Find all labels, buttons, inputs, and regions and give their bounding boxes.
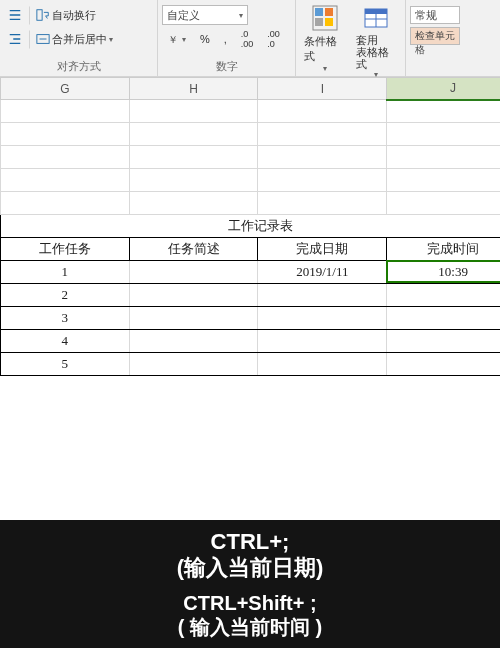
- shortcut-2: CTRL+Shift+ ; ( 输入当前时间 ): [178, 591, 322, 639]
- cell[interactable]: [387, 123, 500, 146]
- cell-date[interactable]: [258, 330, 387, 353]
- cell[interactable]: [129, 169, 258, 192]
- cell-desc[interactable]: [129, 284, 258, 307]
- indent-icon: [8, 8, 22, 22]
- table-row: 4: [1, 330, 501, 353]
- svg-rect-6: [315, 18, 323, 26]
- table-row: 3: [1, 307, 501, 330]
- table-row: 2: [1, 284, 501, 307]
- table-header-cell[interactable]: 工作任务: [1, 238, 130, 261]
- column-header[interactable]: I: [258, 78, 387, 100]
- cell[interactable]: [387, 192, 500, 215]
- table-header-cell[interactable]: 完成日期: [258, 238, 387, 261]
- table-header-cell[interactable]: 任务简述: [129, 238, 258, 261]
- cell[interactable]: [129, 123, 258, 146]
- cell-task[interactable]: 4: [1, 330, 130, 353]
- cell-time[interactable]: [387, 353, 500, 376]
- indent-decrease-button[interactable]: [4, 6, 26, 24]
- chevron-down-icon: ▾: [323, 64, 327, 73]
- table-format-icon: [360, 2, 392, 34]
- indent-icon: [8, 32, 22, 46]
- indent-increase-button[interactable]: [4, 30, 26, 48]
- table-title-cell[interactable]: 工作记录表: [1, 215, 501, 238]
- cell-task[interactable]: 5: [1, 353, 130, 376]
- number-format-select[interactable]: 自定义 ▾: [162, 5, 248, 25]
- cell[interactable]: [258, 123, 387, 146]
- merge-center-button[interactable]: 合并后居中 ▾: [29, 30, 117, 49]
- table-header-row: 工作任务 任务简述 完成日期 完成时间: [1, 238, 501, 261]
- chevron-down-icon: ▾: [182, 35, 186, 44]
- column-header-selected[interactable]: J: [387, 78, 500, 100]
- cell[interactable]: [129, 100, 258, 123]
- ribbon-group-label-number: 数字: [162, 58, 291, 76]
- shortcut-1: CTRL+; (输入当前日期): [177, 529, 324, 582]
- ribbon-group-number: 自定义 ▾ ￥▾ % , .0.00 .00.0 数字: [158, 0, 296, 76]
- chevron-down-icon: ▾: [239, 11, 243, 20]
- spreadsheet-area[interactable]: G H I J 工作记录表 工作任务 任务简述 完成日期: [0, 77, 500, 520]
- cell-date[interactable]: [258, 307, 387, 330]
- cell[interactable]: [258, 192, 387, 215]
- cell-date[interactable]: [258, 353, 387, 376]
- svg-rect-4: [315, 8, 323, 16]
- svg-rect-7: [325, 18, 333, 26]
- cell[interactable]: [258, 169, 387, 192]
- cell[interactable]: [258, 146, 387, 169]
- number-format-value: 自定义: [167, 8, 200, 23]
- percent-button[interactable]: %: [196, 31, 214, 47]
- cell[interactable]: [387, 100, 500, 123]
- cell[interactable]: [258, 100, 387, 123]
- cell[interactable]: [1, 192, 130, 215]
- cell-time[interactable]: [387, 330, 500, 353]
- chevron-down-icon: ▾: [109, 35, 113, 44]
- svg-text:￥: ￥: [168, 34, 178, 45]
- wrap-text-icon: [36, 8, 50, 22]
- ribbon-group-alignment: 自动换行 合并后居中 ▾ 对齐方式: [0, 0, 158, 76]
- ribbon-group-cell-styles: 常规 检查单元格: [406, 0, 500, 76]
- svg-rect-0: [37, 10, 42, 21]
- merge-center-label: 合并后居中: [52, 32, 107, 47]
- currency-button[interactable]: ￥▾: [162, 30, 190, 48]
- cell-desc[interactable]: [129, 353, 258, 376]
- table-row: 1 2019/1/11 10:39: [1, 261, 501, 284]
- cell-desc[interactable]: [129, 307, 258, 330]
- column-header-row: G H I J: [1, 78, 501, 100]
- wrap-text-button[interactable]: 自动换行: [29, 6, 100, 25]
- ribbon-group-label-alignment: 对齐方式: [4, 58, 153, 76]
- table-row: 5: [1, 353, 501, 376]
- currency-icon: ￥: [166, 32, 180, 46]
- column-header[interactable]: G: [1, 78, 130, 100]
- cond-fmt-icon: [309, 2, 341, 34]
- cell[interactable]: [129, 146, 258, 169]
- cell-task[interactable]: 1: [1, 261, 130, 284]
- decrease-decimal-button[interactable]: .00.0: [263, 27, 284, 51]
- cell[interactable]: [1, 100, 130, 123]
- format-as-table-button[interactable]: 套用 表格格式 ▾: [352, 2, 402, 79]
- ribbon-group-styles-buttons: 条件格式 ▾ 套用 表格格式 ▾: [296, 0, 406, 76]
- cell-time-active[interactable]: 10:39: [387, 261, 500, 284]
- cell[interactable]: [387, 169, 500, 192]
- cell-style-check[interactable]: 检查单元格: [410, 27, 460, 45]
- cell-time[interactable]: [387, 307, 500, 330]
- merge-icon: [36, 32, 50, 46]
- cell-date[interactable]: 2019/1/11: [258, 261, 387, 284]
- cell-desc[interactable]: [129, 330, 258, 353]
- cell[interactable]: [129, 192, 258, 215]
- cell[interactable]: [1, 123, 130, 146]
- cell[interactable]: [387, 146, 500, 169]
- cell-style-normal[interactable]: 常规: [410, 6, 460, 24]
- ribbon: 自动换行 合并后居中 ▾ 对齐方式 自定义 ▾: [0, 0, 500, 77]
- conditional-formatting-button[interactable]: 条件格式 ▾: [300, 2, 350, 73]
- shortcut-overlay: CTRL+; (输入当前日期) CTRL+Shift+ ; ( 输入当前时间 ): [0, 520, 500, 648]
- cell-task[interactable]: 3: [1, 307, 130, 330]
- comma-button[interactable]: ,: [220, 31, 231, 47]
- cell-date[interactable]: [258, 284, 387, 307]
- spreadsheet-grid: G H I J 工作记录表 工作任务 任务简述 完成日期: [0, 77, 500, 376]
- column-header[interactable]: H: [129, 78, 258, 100]
- increase-decimal-button[interactable]: .0.00: [237, 27, 258, 51]
- cell-task[interactable]: 2: [1, 284, 130, 307]
- table-header-cell[interactable]: 完成时间: [387, 238, 500, 261]
- cell-time[interactable]: [387, 284, 500, 307]
- cell-desc[interactable]: [129, 261, 258, 284]
- cell[interactable]: [1, 169, 130, 192]
- cell[interactable]: [1, 146, 130, 169]
